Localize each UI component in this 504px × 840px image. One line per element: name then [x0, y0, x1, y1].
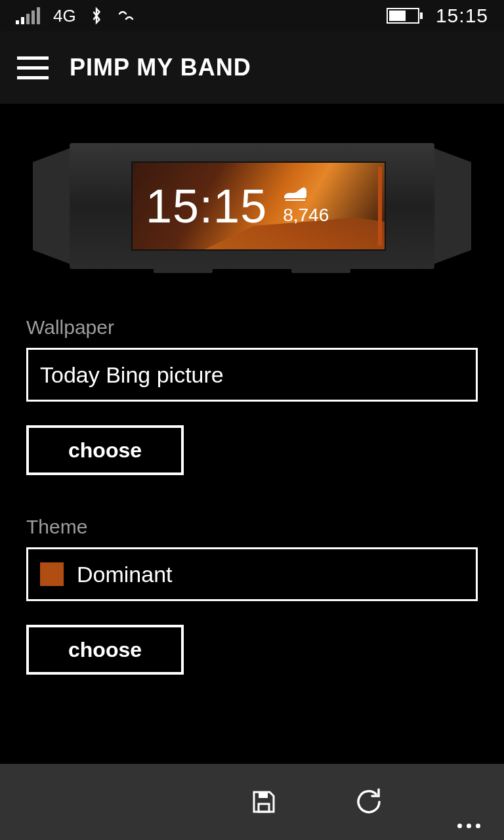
theme-choose-button[interactable]: choose — [26, 625, 184, 675]
app-title: PIMP MY BAND — [70, 54, 251, 81]
svg-rect-0 — [259, 804, 269, 812]
svg-rect-1 — [259, 792, 268, 798]
more-icon[interactable] — [457, 824, 480, 840]
title-bar: PIMP MY BAND — [0, 32, 504, 104]
band-screen: 15:15 8,746 — [131, 161, 386, 251]
wallpaper-choose-button[interactable]: choose — [26, 425, 184, 475]
band-steps: 8,746 — [283, 205, 329, 226]
statusbar-clock: 15:15 — [436, 5, 488, 27]
theme-selected-value: Dominant — [77, 562, 173, 587]
theme-select[interactable]: Dominant — [26, 547, 478, 601]
status-bar: 4G 15:15 — [0, 0, 504, 32]
theme-label: Theme — [26, 516, 478, 538]
bluetooth-icon — [89, 6, 104, 26]
network-type: 4G — [53, 6, 76, 26]
shoe-icon — [283, 186, 308, 202]
save-icon[interactable] — [247, 786, 280, 818]
signal-icon — [16, 7, 40, 24]
theme-swatch — [40, 562, 64, 586]
content-area: 15:15 8,746 Wallpaper Today Bing picture… — [0, 104, 504, 764]
wallpaper-label: Wallpaper — [26, 316, 478, 339]
sync-icon[interactable] — [352, 786, 385, 818]
band-preview: 15:15 8,746 — [26, 104, 478, 301]
wallpaper-selected-value: Today Bing picture — [40, 362, 224, 388]
vibrate-icon — [117, 7, 136, 24]
menu-icon[interactable] — [17, 56, 49, 79]
battery-icon — [387, 8, 423, 24]
band-time: 15:15 — [146, 179, 267, 233]
app-bar — [0, 764, 504, 840]
wallpaper-select[interactable]: Today Bing picture — [26, 348, 478, 402]
